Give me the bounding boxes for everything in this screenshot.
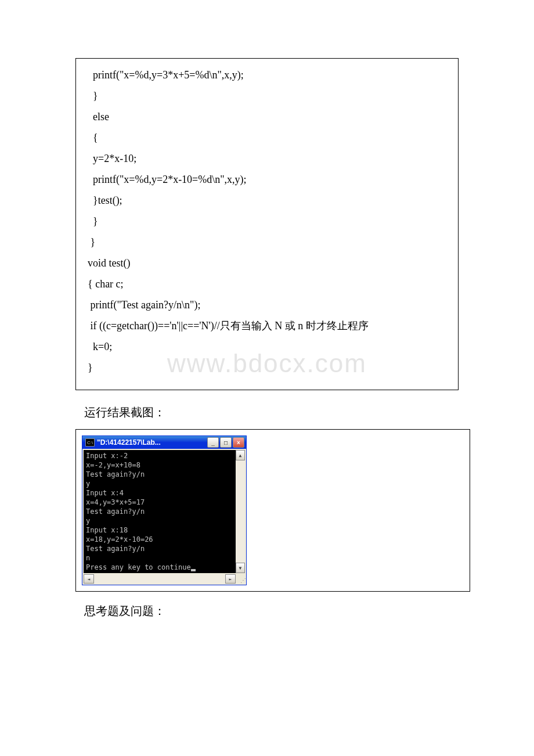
minimize-button[interactable]: _	[207, 437, 219, 448]
code-line: printf("Test again?y/n\n");	[88, 294, 446, 315]
code-line: else	[88, 106, 446, 127]
console-body-wrapper: Input x:-2 x=-2,y=x+10=8 Test again?y/n …	[82, 449, 246, 574]
output-line: Test again?y/n	[86, 545, 145, 553]
section-title-questions: 思考题及问题：	[84, 603, 459, 619]
hscroll-track[interactable]	[94, 574, 225, 584]
scroll-down-button[interactable]: ▼	[236, 563, 245, 573]
code-block: printf("x=%d,y=3*x+5=%d\n",x,y); } else …	[75, 58, 459, 390]
scroll-track[interactable]	[236, 460, 245, 563]
scroll-right-button[interactable]: ►	[225, 574, 236, 584]
document-page: printf("x=%d,y=3*x+5=%d\n",x,y); } else …	[0, 0, 534, 663]
screenshot-container: C:\ "D:\41422157\Lab... _ □ × Input x:-2…	[75, 429, 470, 592]
output-line: x=-2,y=x+10=8	[86, 461, 140, 469]
output-line: x=4,y=3*x+5=17	[86, 498, 145, 506]
output-line: Test again?y/n	[86, 470, 145, 478]
cmd-icon: C:\	[85, 438, 95, 447]
code-line: }	[88, 211, 446, 232]
bottom-bar: ◄ ► ⋰	[82, 574, 246, 585]
code-line: void test()	[88, 253, 446, 273]
console-output[interactable]: Input x:-2 x=-2,y=x+10=8 Test again?y/n …	[84, 450, 236, 573]
code-content: printf("x=%d,y=3*x+5=%d\n",x,y); } else …	[88, 64, 446, 378]
vertical-scrollbar[interactable]: ▲ ▼	[236, 450, 245, 573]
output-line: Press any key to continue	[86, 563, 191, 571]
code-line: y=2*x-10;	[88, 148, 446, 169]
code-line: if ((c=getchar())=='n'||c=='N')//只有当输入 N…	[88, 315, 446, 336]
resize-grip-icon[interactable]: ⋰	[237, 574, 246, 584]
output-line: Input x:4	[86, 489, 124, 497]
horizontal-scrollbar[interactable]: ◄ ►	[84, 574, 236, 584]
code-line: printf("x=%d,y=3*x+5=%d\n",x,y);	[88, 64, 446, 85]
close-button[interactable]: ×	[233, 437, 244, 448]
window-buttons: _ □ ×	[207, 437, 244, 448]
maximize-button[interactable]: □	[220, 437, 232, 448]
code-line: printf("x=%d,y=2*x-10=%d\n",x,y);	[88, 169, 446, 190]
code-line: }test();	[88, 190, 446, 211]
cursor-icon	[191, 569, 196, 571]
code-line: { char c;	[88, 273, 446, 294]
output-line: x=18,y=2*x-10=26	[86, 535, 153, 543]
output-line: Input x:-2	[86, 452, 128, 460]
code-line: }	[88, 232, 446, 253]
scroll-left-button[interactable]: ◄	[84, 574, 94, 584]
code-line: k=0;	[88, 336, 446, 357]
section-title-screenshot: 运行结果截图：	[84, 405, 459, 420]
code-line: }	[88, 357, 446, 378]
output-line: Test again?y/n	[86, 507, 145, 516]
titlebar[interactable]: C:\ "D:\41422157\Lab... _ □ ×	[82, 436, 246, 449]
code-line: {	[88, 127, 446, 148]
output-line: y	[86, 517, 90, 525]
code-line: }	[88, 85, 446, 106]
output-line: y	[86, 480, 90, 488]
window-title: "D:\41422157\Lab...	[97, 438, 207, 447]
output-line: Input x:18	[86, 526, 128, 534]
scroll-up-button[interactable]: ▲	[236, 450, 245, 460]
console-window: C:\ "D:\41422157\Lab... _ □ × Input x:-2…	[82, 435, 247, 585]
output-line: n	[86, 554, 90, 562]
